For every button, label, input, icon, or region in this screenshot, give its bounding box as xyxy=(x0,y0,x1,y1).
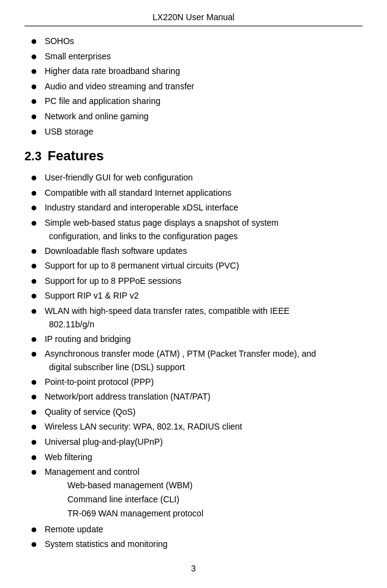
bullet-text: WLAN with high-speed data transfer rates… xyxy=(45,305,290,318)
continuation-text: digital subscriber line (DSL) support xyxy=(31,361,185,374)
bullet-dot: ● xyxy=(31,289,37,303)
continuation-text: configuration, and links to the configur… xyxy=(31,230,238,243)
list-item: ●Compatible with all standard Internet a… xyxy=(24,187,363,200)
bullet-text: Compatible with all standard Internet ap… xyxy=(45,187,231,199)
bullet-text: Point-to-point protocol (PPP) xyxy=(45,376,154,389)
bullet-dot: ● xyxy=(31,50,37,64)
sub-item: TR-069 WAN management protocol xyxy=(31,507,203,520)
bullet-text: Industry standard and interoperable xDSL… xyxy=(45,201,238,214)
bullet-dot: ● xyxy=(31,333,37,346)
bullet-dot: ● xyxy=(31,348,37,361)
bullet-dot: ● xyxy=(31,217,37,230)
bullet-dot: ● xyxy=(31,275,37,288)
bullet-text: SOHOs xyxy=(45,35,74,48)
bullet-dot: ● xyxy=(31,376,37,389)
bullet-dot: ● xyxy=(31,65,37,78)
list-item: ●Downloadable flash software updates xyxy=(24,245,363,258)
list-item: ●IP routing and bridging xyxy=(24,333,363,346)
header-title: LX220N User Manual xyxy=(152,12,235,22)
bullet-dot: ● xyxy=(31,125,37,139)
bullet-text: Higher data rate broadband sharing xyxy=(45,65,180,78)
section-heading: 2.3 Features xyxy=(24,148,363,164)
bullet-dot: ● xyxy=(31,451,37,464)
bullet-text: Support for up to 8 PPPoE sessions xyxy=(45,275,181,288)
feature-list: ●User-friendly GUI for web configuration… xyxy=(24,171,363,551)
bullet-text: System statistics and monitoring xyxy=(45,538,168,551)
bullet-dot: ● xyxy=(31,80,37,94)
bullet-text: Remote update xyxy=(45,523,103,536)
bullet-dot: ● xyxy=(31,420,37,434)
continuation-text: 802.11b/g/n xyxy=(31,318,94,331)
bullet-text: Network/port address translation (NAT/PA… xyxy=(45,390,211,403)
bullet-text: Universal plug-and-play(UPnP) xyxy=(45,436,163,448)
bullet-text: Simple web-based status page displays a … xyxy=(45,217,279,229)
bullet-text: USB storage xyxy=(45,125,93,138)
bullet-dot: ● xyxy=(31,35,37,48)
sub-item: Command line interface (CLI) xyxy=(31,493,179,506)
list-item: ●Network/port address translation (NAT/P… xyxy=(24,390,363,404)
list-item: ●Support RIP v1 & RIP v2 xyxy=(24,289,363,303)
bullet-text: Asynchronous transfer mode (ATM) , PTM (… xyxy=(45,348,316,360)
list-item: ●Point-to-point protocol (PPP) xyxy=(24,376,363,389)
bullet-text: Audio and video streaming and transfer xyxy=(45,80,194,93)
list-item: ●SOHOs xyxy=(24,35,363,48)
bullet-dot: ● xyxy=(31,436,37,449)
bullet-dot: ● xyxy=(31,110,37,124)
bullet-text: User-friendly GUI for web configuration xyxy=(45,171,193,184)
bullet-text: Quality of service (QoS) xyxy=(45,406,136,419)
bullet-dot: ● xyxy=(31,245,37,258)
bullet-text: IP routing and bridging xyxy=(45,333,131,346)
section-number: 2.3 xyxy=(24,149,42,163)
list-item: ●Wireless LAN security: WPA, 802.1x, RAD… xyxy=(24,420,363,434)
list-item: ●Quality of service (QoS) xyxy=(24,406,363,419)
list-item: ●Remote update xyxy=(24,523,363,537)
bullet-dot: ● xyxy=(31,259,37,273)
list-item: ●Audio and video streaming and transfer xyxy=(24,80,363,94)
list-item: ●System statistics and monitoring xyxy=(24,538,363,551)
bullet-dot: ● xyxy=(31,201,37,215)
bullet-dot: ● xyxy=(31,538,37,551)
page-header: LX220N User Manual xyxy=(24,12,363,26)
list-item: ●User-friendly GUI for web configuration xyxy=(24,171,363,185)
list-item: ●Small enterprises xyxy=(24,50,363,64)
sub-item: Web-based management (WBM) xyxy=(31,479,192,492)
list-item: ●Simple web-based status page displays a… xyxy=(24,217,363,243)
list-item: ●Support for up to 8 permanent virtual c… xyxy=(24,259,363,273)
list-item: ●Universal plug-and-play(UPnP) xyxy=(24,436,363,449)
bullet-dot: ● xyxy=(31,466,37,479)
bullet-dot: ● xyxy=(31,305,37,318)
bullet-text: PC file and application sharing xyxy=(45,95,160,108)
page: LX220N User Manual ●SOHOs●Small enterpri… xyxy=(0,0,387,588)
list-item: ●Industry standard and interoperable xDS… xyxy=(24,201,363,215)
bullet-text: Small enterprises xyxy=(45,50,111,63)
intro-bullet-list: ●SOHOs●Small enterprises●Higher data rat… xyxy=(24,35,363,138)
list-item: ●Asynchronous transfer mode (ATM) , PTM … xyxy=(24,348,363,374)
bullet-text: Management and control xyxy=(45,466,140,478)
list-item: ●PC file and application sharing xyxy=(24,95,363,108)
page-number: 3 xyxy=(24,564,363,573)
bullet-text: Web filtering xyxy=(45,451,92,464)
list-item: ●Management and controlWeb-based managem… xyxy=(24,466,363,521)
bullet-dot: ● xyxy=(31,187,37,200)
list-item: ●USB storage xyxy=(24,125,363,139)
list-item: ●WLAN with high-speed data transfer rate… xyxy=(24,305,363,331)
bullet-dot: ● xyxy=(31,523,37,537)
bullet-text: Support RIP v1 & RIP v2 xyxy=(45,289,139,302)
bullet-dot: ● xyxy=(31,406,37,419)
bullet-dot: ● xyxy=(31,171,37,185)
bullet-text: Network and online gaming xyxy=(45,110,149,123)
section-title: Features xyxy=(48,148,104,164)
list-item: ●Web filtering xyxy=(24,451,363,464)
bullet-text: Support for up to 8 permanent virtual ci… xyxy=(45,259,239,272)
list-item: ●Network and online gaming xyxy=(24,110,363,124)
list-item: ●Support for up to 8 PPPoE sessions xyxy=(24,275,363,288)
bullet-dot: ● xyxy=(31,390,37,404)
bullet-dot: ● xyxy=(31,95,37,108)
bullet-text: Downloadable flash software updates xyxy=(45,245,187,258)
list-item: ●Higher data rate broadband sharing xyxy=(24,65,363,78)
bullet-text: Wireless LAN security: WPA, 802.1x, RADI… xyxy=(45,420,242,433)
